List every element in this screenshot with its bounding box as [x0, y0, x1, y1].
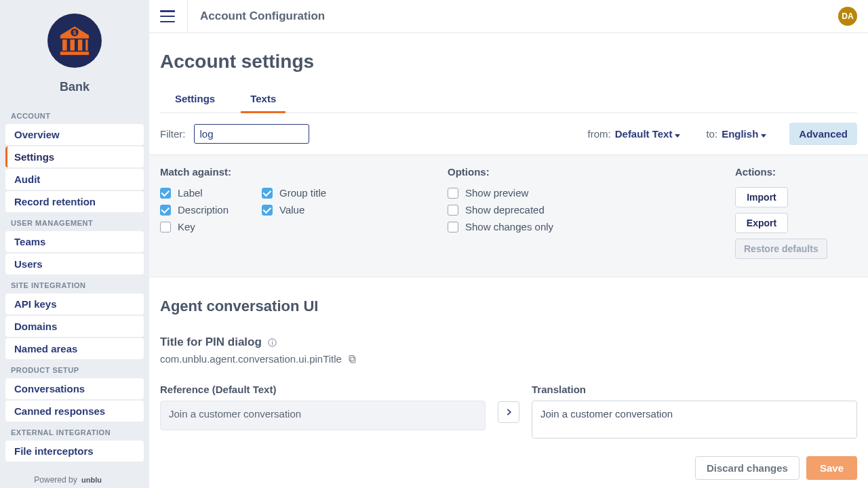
- nav-users[interactable]: Users: [5, 253, 144, 274]
- nav-group-product-setup: PRODUCT SETUP: [5, 361, 144, 378]
- check-group-title[interactable]: Group title: [262, 187, 357, 199]
- check-key[interactable]: Key: [160, 221, 255, 232]
- save-button[interactable]: Save: [806, 456, 857, 480]
- powered-by-label: Powered by: [34, 475, 77, 485]
- reference-value: Join a customer conversation: [160, 401, 486, 430]
- nav-group-account: ACCOUNT: [5, 106, 144, 124]
- translation-input[interactable]: [532, 401, 857, 439]
- to-select[interactable]: to: English: [706, 128, 766, 140]
- svg-text:$: $: [73, 29, 77, 36]
- check-label[interactable]: Label: [160, 187, 255, 199]
- actions-heading: Actions:: [735, 166, 857, 178]
- restore-defaults-button[interactable]: Restore defaults: [735, 239, 827, 259]
- reference-label: Reference (Default Text): [160, 384, 486, 395]
- check-description[interactable]: Description: [160, 204, 255, 216]
- check-show-changes-only[interactable]: Show changes only: [448, 221, 610, 232]
- import-button[interactable]: Import: [735, 187, 788, 207]
- from-label: from:: [588, 128, 611, 140]
- check-show-preview[interactable]: Show preview: [448, 187, 610, 199]
- export-button[interactable]: Export: [735, 213, 788, 233]
- sidebar: $ Bank ACCOUNT Overview Settings Audit R…: [0, 0, 149, 488]
- svg-rect-11: [351, 357, 355, 363]
- section-agent-conversation-ui: Agent conversation UI Title for PIN dial…: [149, 277, 868, 441]
- svg-rect-2: [62, 39, 67, 50]
- nav-teams[interactable]: Teams: [5, 231, 144, 252]
- svg-text:unblu: unblu: [81, 476, 102, 484]
- svg-rect-3: [71, 39, 75, 50]
- tab-texts[interactable]: Texts: [241, 87, 285, 113]
- filter-input[interactable]: [194, 124, 309, 144]
- svg-rect-5: [85, 39, 87, 50]
- nav-record-retention[interactable]: Record retention: [5, 191, 144, 212]
- check-value[interactable]: Value: [262, 204, 357, 216]
- tab-settings[interactable]: Settings: [165, 87, 224, 113]
- menu-toggle-icon[interactable]: [160, 10, 175, 22]
- chevron-down-icon: [761, 134, 766, 138]
- from-select[interactable]: from: Default Text: [588, 128, 681, 140]
- svg-rect-6: [60, 52, 89, 55]
- copy-icon[interactable]: [347, 354, 357, 364]
- section-title: Agent conversation UI: [160, 298, 857, 315]
- translation-label: Translation: [532, 384, 857, 395]
- tabs: Settings Texts: [160, 87, 857, 113]
- nav-group-external-integration: EXTERNAL INTEGRATION: [5, 423, 144, 441]
- brand-logo: $: [47, 14, 102, 68]
- copy-to-translation-button[interactable]: [498, 401, 519, 423]
- unblu-logo-icon: unblu: [81, 474, 115, 485]
- filter-label: Filter:: [160, 128, 186, 140]
- nav-group-site-integration: SITE INTEGRATION: [5, 276, 144, 293]
- nav-audit[interactable]: Audit: [5, 169, 144, 190]
- svg-rect-12: [349, 356, 354, 361]
- sidebar-nav: ACCOUNT Overview Settings Audit Record r…: [0, 94, 149, 488]
- nav-named-areas[interactable]: Named areas: [5, 338, 144, 359]
- powered-by: Powered by unblu: [0, 474, 149, 485]
- nav-api-keys[interactable]: API keys: [5, 293, 144, 314]
- brand-name: Bank: [60, 80, 90, 94]
- footer-actions: Discard changes Save: [149, 448, 868, 488]
- topbar: Account Configuration DA: [149, 0, 868, 33]
- options-row: Match against: Label Group title Descrip…: [149, 155, 868, 277]
- svg-rect-4: [78, 39, 83, 50]
- info-icon[interactable]: [267, 338, 277, 348]
- field-title: Title for PIN dialog: [160, 336, 262, 349]
- nav-domains[interactable]: Domains: [5, 316, 144, 337]
- field-key: com.unblu.agent.conversation.ui.pinTitle: [160, 353, 342, 365]
- page-title: Account settings: [160, 51, 857, 73]
- nav-overview[interactable]: Overview: [5, 124, 144, 145]
- svg-point-10: [272, 340, 273, 341]
- to-value: English: [722, 128, 758, 140]
- to-label: to:: [706, 128, 717, 140]
- chevron-right-icon: [504, 407, 513, 417]
- filter-row: Filter: from: Default Text to: English A…: [149, 113, 868, 155]
- options-heading: Options:: [448, 166, 708, 178]
- from-value: Default Text: [615, 128, 673, 140]
- nav-canned-responses[interactable]: Canned responses: [5, 401, 144, 422]
- nav-settings[interactable]: Settings: [5, 146, 144, 167]
- main: Account Configuration DA Account setting…: [149, 0, 868, 488]
- user-avatar[interactable]: DA: [838, 7, 857, 26]
- discard-changes-button[interactable]: Discard changes: [695, 456, 800, 480]
- chevron-down-icon: [675, 134, 680, 138]
- match-heading: Match against:: [160, 166, 420, 178]
- nav-file-interceptors[interactable]: File interceptors: [5, 441, 144, 462]
- nav-group-user-management: USER MANAGEMENT: [5, 214, 144, 231]
- advanced-button[interactable]: Advanced: [789, 123, 857, 145]
- topbar-title: Account Configuration: [200, 9, 325, 23]
- check-show-deprecated[interactable]: Show deprecated: [448, 204, 610, 216]
- nav-conversations[interactable]: Conversations: [5, 378, 144, 399]
